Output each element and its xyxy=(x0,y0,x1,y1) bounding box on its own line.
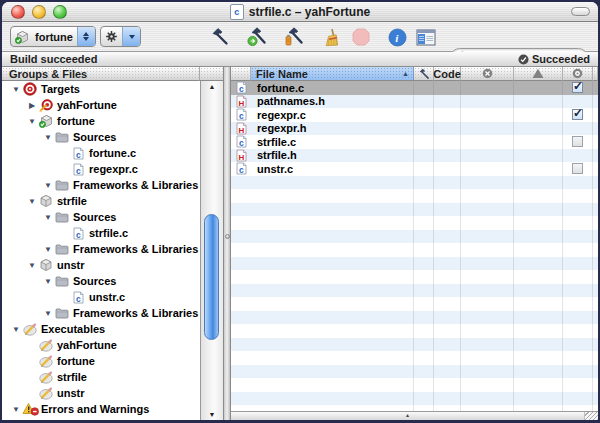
build-result: Succeeded xyxy=(518,53,590,65)
column-header-spacer[interactable] xyxy=(593,67,598,81)
column-header-file-icon[interactable] xyxy=(231,67,251,81)
sidebar-item-executables[interactable]: ▼Executables xyxy=(2,321,200,337)
sidebar-item-sources[interactable]: ▼Sources xyxy=(2,129,200,145)
table-row-empty xyxy=(231,203,598,217)
scrollbar-thumb[interactable] xyxy=(204,214,219,340)
disclosure-triangle-icon[interactable]: ▶ xyxy=(26,101,38,110)
file-name: strfile.h xyxy=(251,149,297,161)
resize-grip[interactable] xyxy=(584,412,598,420)
sidebar-item-strfile-c[interactable]: cstrfile.c xyxy=(2,225,200,241)
h-file-icon: H xyxy=(236,149,247,162)
target-icon xyxy=(23,82,37,96)
sidebar-item-yahfortune[interactable]: ▶yahFortune xyxy=(2,97,200,113)
table-row-empty xyxy=(231,378,598,392)
sidebar-item-frameworks-libraries[interactable]: ▼Frameworks & Libraries xyxy=(2,177,200,193)
toolbar-toggle-pill[interactable] xyxy=(571,7,590,16)
sidebar-item-yahfortune[interactable]: yahFortune xyxy=(2,337,200,353)
toolbar: fortune i xyxy=(2,22,598,52)
table-row-empty xyxy=(231,297,598,311)
hammer-debug-icon xyxy=(284,27,304,47)
editor-button[interactable] xyxy=(414,25,438,49)
disclosure-triangle-icon[interactable]: ▼ xyxy=(10,325,22,334)
info-button[interactable]: i xyxy=(385,25,409,49)
table-row-unstr-c[interactable]: cunstr.c xyxy=(231,162,598,176)
column-header-build[interactable] xyxy=(414,67,434,81)
sidebar-item-frameworks-libraries[interactable]: ▼Frameworks & Libraries xyxy=(2,305,200,321)
minimize-button[interactable] xyxy=(32,5,46,19)
scroll-up-arrow-icon[interactable]: ▲ xyxy=(201,83,223,90)
sidebar-item-unstr-c[interactable]: cunstr.c xyxy=(2,289,200,305)
sidebar-item-fortune-c[interactable]: cfortune.c xyxy=(2,145,200,161)
c-file-icon: c xyxy=(73,147,84,160)
groups-files-header[interactable]: Groups & Files xyxy=(2,67,200,81)
target-membership-checkbox[interactable] xyxy=(572,82,583,93)
sidebar-item-unstr[interactable]: ▼unstr xyxy=(2,257,200,273)
disclosure-triangle-icon[interactable]: ▼ xyxy=(26,117,38,126)
disclosure-triangle-icon[interactable]: ▼ xyxy=(42,245,54,254)
title-bar[interactable]: c strfile.c – yahFortune xyxy=(2,2,598,22)
table-row-fortune-c[interactable]: cfortune.c xyxy=(231,81,598,95)
build-and-go-button[interactable] xyxy=(245,25,269,49)
target-membership-checkbox[interactable] xyxy=(572,163,583,174)
target-membership-checkbox[interactable] xyxy=(572,136,583,147)
scroll-down-arrow-icon[interactable]: ▼ xyxy=(201,411,223,418)
action-menu-button[interactable] xyxy=(100,26,141,47)
sidebar-item-unstr[interactable]: unstr xyxy=(2,385,200,401)
sidebar-item-sources[interactable]: ▼Sources xyxy=(2,209,200,225)
table-row-regexpr-h[interactable]: Hregexpr.h xyxy=(231,122,598,136)
disclosure-triangle-icon[interactable]: ▼ xyxy=(10,85,22,94)
build-button[interactable] xyxy=(208,25,232,49)
zoom-button[interactable] xyxy=(53,5,67,19)
h-file-icon: H xyxy=(236,95,247,108)
sidebar-item-frameworks-libraries[interactable]: ▼Frameworks & Libraries xyxy=(2,241,200,257)
column-header-warnings[interactable] xyxy=(514,67,563,81)
sidebar-scrollbar[interactable]: ▲ ▼ xyxy=(200,81,223,420)
file-table: File Name▲Code cfortune.cHpathnames.hcre… xyxy=(231,67,598,420)
disclosure-triangle-icon[interactable]: ▼ xyxy=(26,197,38,206)
sidebar-item-strfile[interactable]: ▼strfile xyxy=(2,193,200,209)
active-target-popup[interactable]: fortune xyxy=(10,26,96,47)
folder-icon xyxy=(55,243,69,255)
column-header-code[interactable]: Code xyxy=(434,67,461,81)
stop-icon xyxy=(351,27,371,47)
pencil-icon xyxy=(23,322,37,336)
info-icon: i xyxy=(388,28,407,47)
file-name: fortune.c xyxy=(251,82,304,94)
table-row-strfile-c[interactable]: cstrfile.c xyxy=(231,135,598,149)
column-header-target-membership[interactable] xyxy=(563,67,593,81)
table-row-strfile-h[interactable]: Hstrfile.h xyxy=(231,149,598,163)
sidebar-item-regexpr-c[interactable]: cregexpr.c xyxy=(2,161,200,177)
sidebar-item-strfile[interactable]: strfile xyxy=(2,369,200,385)
build-and-debug-button[interactable] xyxy=(282,25,306,49)
table-row-empty xyxy=(231,324,598,338)
pencil-icon xyxy=(39,370,53,384)
sidebar-item-sources[interactable]: ▼Sources xyxy=(2,273,200,289)
sidebar-item-fortune[interactable]: ▼fortune xyxy=(2,113,200,129)
target-membership-checkbox[interactable] xyxy=(572,109,583,120)
column-header-file-name[interactable]: File Name▲ xyxy=(251,67,414,81)
table-row-pathnames-h[interactable]: Hpathnames.h xyxy=(231,95,598,109)
tree-item-label: Errors and Warnings xyxy=(41,403,149,415)
table-row-empty xyxy=(231,230,598,244)
groups-files-header-label: Groups & Files xyxy=(9,68,87,80)
tree-item-label: regexpr.c xyxy=(89,163,138,175)
close-button[interactable] xyxy=(11,5,25,19)
file-name: regexpr.h xyxy=(251,122,307,134)
disclosure-triangle-icon[interactable]: ▼ xyxy=(42,181,54,190)
disclosure-triangle-icon[interactable]: ▼ xyxy=(10,405,22,414)
column-header-errors[interactable] xyxy=(461,67,514,81)
stop-button[interactable] xyxy=(349,25,373,49)
disclosure-triangle-icon[interactable]: ▼ xyxy=(42,309,54,318)
target-arrow-icon xyxy=(39,98,53,112)
disclosure-triangle-icon[interactable]: ▼ xyxy=(42,133,54,142)
clean-button[interactable] xyxy=(318,25,342,49)
disclosure-triangle-icon[interactable]: ▼ xyxy=(42,213,54,222)
panel-splitter[interactable] xyxy=(223,67,231,420)
disclosure-triangle-icon[interactable]: ▼ xyxy=(26,261,38,270)
disclosure-triangle-icon[interactable]: ▼ xyxy=(42,277,54,286)
table-row-regexpr-c[interactable]: cregexpr.c xyxy=(231,108,598,122)
sidebar-item-errors-and-warnings[interactable]: ▼Errors and Warnings xyxy=(2,401,200,417)
broom-icon xyxy=(321,28,340,47)
sidebar-item-fortune[interactable]: fortune xyxy=(2,353,200,369)
sidebar-item-targets[interactable]: ▼Targets xyxy=(2,81,200,97)
